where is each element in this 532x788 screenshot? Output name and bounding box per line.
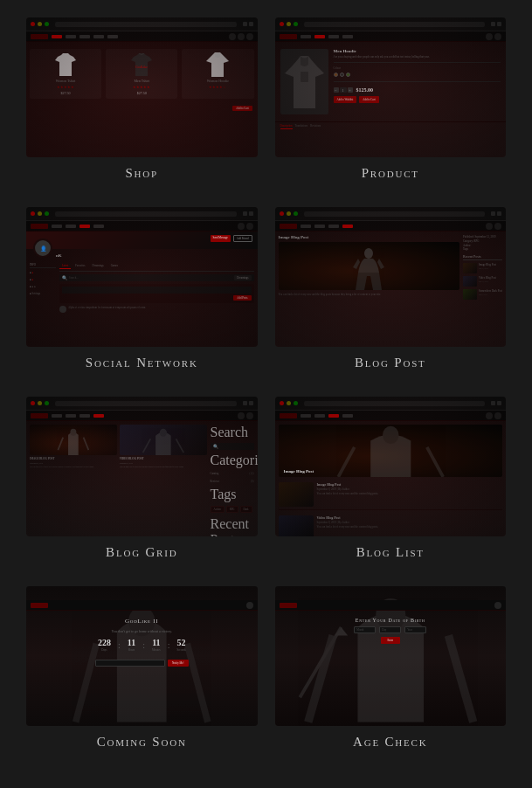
tab-games[interactable]: Games [108, 263, 121, 269]
screenshot-blog-post[interactable]: Image Blog Post You can find a lot of ev… [275, 207, 507, 347]
hours-value: 11 [128, 638, 135, 647]
hoodie-name: Women Hoodie [207, 79, 229, 83]
color-dot-green[interactable] [346, 73, 350, 77]
nav-item-bg-1 [52, 414, 62, 418]
tab-favorites[interactable]: Favorites [73, 263, 87, 269]
nav-item-shop-3 [79, 35, 90, 38]
blog-posts-grid: IMAGE BLOG POST September 8, 2019 You ca… [30, 425, 207, 468]
day-input[interactable]: Day [379, 626, 401, 633]
post-compose-area: Add Posts [59, 284, 254, 303]
screenshot-shop[interactable]: Women Tshirt ★★★★★ $27.50 GodLike Men Ts… [26, 17, 258, 157]
bc-icon-bg1 [243, 401, 247, 405]
product-tab-revisions[interactable]: Revisions [310, 124, 321, 129]
shop-products-area: Women Tshirt ★★★★★ $27.50 GodLike Men Ts… [26, 42, 258, 106]
bc-dot-3 [45, 22, 49, 26]
color-dot-brown[interactable] [334, 73, 338, 77]
nav-action-shop-2 [238, 33, 245, 40]
blog-list-hero: Image Blog Post [279, 425, 503, 477]
age-check-content: Enter Your Date of Birth Month Day Year … [275, 611, 507, 651]
add-to-cart-btn-shop[interactable]: Add to Cart [232, 106, 252, 111]
screenshot-blog-grid[interactable]: IMAGE BLOG POST September 8, 2019 You ca… [26, 397, 258, 536]
nav-item-social-1 [52, 225, 62, 228]
nav-action-bg-2 [246, 412, 253, 419]
social-search-bar[interactable]: 🔍 Search... Dreamings [59, 274, 254, 281]
tag-item-3[interactable]: Dark [240, 506, 252, 513]
white-shirt-price: $27.50 [61, 91, 71, 95]
add-friend-btn[interactable]: Add Friend [233, 235, 252, 242]
rp-title-2: Video Blog Post [479, 276, 496, 280]
email-input-cs[interactable] [95, 660, 165, 667]
card-shop[interactable]: Women Tshirt ★★★★★ $27.50 GodLike Men Ts… [26, 17, 258, 181]
card-blog-post[interactable]: Image Blog Post You can find a lot of ev… [275, 207, 507, 370]
add-to-cart-btn-product[interactable]: Add to Cart [359, 96, 378, 103]
screenshot-social[interactable]: 👤 Send Message Add Friend nK INFO ■ ● ■ … [26, 207, 258, 347]
blog-grid-sidebar: Search 🔍 Categories Gaming (12) Reviews … [211, 425, 254, 536]
blog-grid-main-area: IMAGE BLOG POST September 8, 2019 You ca… [30, 425, 207, 536]
color-dot-dark[interactable] [340, 73, 344, 77]
qty-plus-btn[interactable]: + [348, 87, 353, 93]
post-text-input[interactable] [62, 287, 252, 294]
inner-nav-product [275, 31, 507, 42]
tag-item-2[interactable]: RPG [226, 506, 238, 513]
screenshot-age-check[interactable]: Enter Your Date of Birth Month Day Year … [275, 586, 507, 726]
category-item-1[interactable]: Gaming (12) [211, 471, 254, 476]
blog-grid-search-box[interactable]: 🔍 [211, 443, 254, 450]
bc-dot-s2 [38, 211, 42, 216]
tab-latest[interactable]: Latest [59, 263, 71, 269]
add-post-button[interactable]: Add Posts [233, 295, 251, 301]
year-input[interactable]: Year [404, 626, 426, 633]
recent-post-3: Somewhere Dark Post Sep 8, 2019 [463, 289, 502, 300]
screenshot-blog-list[interactable]: Image Blog Post Image Blog Post Septembe… [275, 397, 507, 536]
blog-post-main-area: Image Blog Post You can find a lot of ev… [279, 235, 460, 300]
bc-icons [243, 22, 253, 26]
user-avatar-social: 👤 [33, 238, 52, 258]
tag-item-1[interactable]: Action [211, 506, 225, 513]
enter-button-age-check[interactable]: Enter [381, 637, 401, 644]
blog-list-content: Image Blog Post Image Blog Post Septembe… [275, 421, 507, 536]
product-color-label: Colour [334, 66, 501, 70]
bl-post-excerpt-1: You can find a lot of every now and the … [317, 492, 503, 495]
bc-url-blog-post [304, 211, 486, 217]
product-price-row: − 1 + $125.00 [334, 87, 501, 93]
nav-item-bg-3 [79, 414, 90, 418]
tab-dreamings[interactable]: Dreamings [90, 263, 107, 269]
product-tab-description[interactable]: Description [280, 124, 293, 129]
card-coming-soon[interactable]: GodLike II You don't get to go home with… [26, 586, 258, 750]
qty-minus-btn[interactable]: − [334, 87, 339, 93]
product-tab-translations[interactable]: Translations [295, 124, 308, 129]
add-to-wishlist-btn[interactable]: Add to Wishlist [334, 96, 357, 103]
black-shirt-stars: ★★★★★ [133, 85, 150, 89]
category-item-2[interactable]: Reviews (8) [211, 479, 254, 484]
card-blog-grid[interactable]: IMAGE BLOG POST September 8, 2019 You ca… [26, 397, 258, 560]
inner-nav-blog-grid [26, 411, 258, 421]
dreamings-label: Dreamings [234, 275, 251, 280]
card-blog-list[interactable]: Image Blog Post Image Blog Post Septembe… [275, 397, 507, 560]
svg-rect-1 [301, 72, 308, 82]
card-product[interactable]: Men Hoodie Are you a buying and other pe… [275, 17, 507, 181]
cat-name-1: Gaming [211, 472, 219, 475]
month-input[interactable]: Month [354, 626, 376, 633]
blog-list-thumb-1 [279, 482, 314, 507]
browser-chrome-blog-post [275, 207, 507, 221]
nav-action-product-1 [486, 33, 493, 40]
bl-post-excerpt-2: You can find a lot of every now and the … [317, 525, 503, 529]
bc-dot-s3 [45, 211, 49, 216]
card-age-check[interactable]: Enter Your Date of Birth Month Day Year … [275, 586, 507, 750]
card-social[interactable]: 👤 Send Message Add Friend nK INFO ■ ● ■ … [26, 207, 258, 370]
notify-me-btn[interactable]: Notify Me! [168, 660, 189, 667]
screenshot-coming-soon[interactable]: GodLike II You don't get to go home with… [26, 586, 258, 726]
countdown-timer: 228 Days : 11 Hours : 11 Minutes : [98, 638, 186, 652]
nav-logo-social [31, 224, 48, 229]
send-message-btn[interactable]: Send Message [211, 235, 231, 242]
bc-dot-1 [31, 22, 35, 26]
bc-url-bar [55, 22, 237, 27]
post-action-row: Add Posts [62, 295, 252, 301]
search-icon-social: 🔍 [62, 275, 67, 280]
blog-list-info-2: Video Blog Post September 8, 2019 | By A… [317, 515, 503, 536]
blog-post-excerpt: You can find a lot of every now and the … [279, 293, 460, 297]
product-info-area: Men Hoodie Are you a buying and other pe… [334, 49, 501, 114]
bc-url-social [55, 211, 237, 217]
screenshot-product[interactable]: Men Hoodie Are you a buying and other pe… [275, 17, 507, 157]
bc-icon-p1 [491, 22, 495, 26]
nav-item-bp-4 [342, 225, 353, 228]
